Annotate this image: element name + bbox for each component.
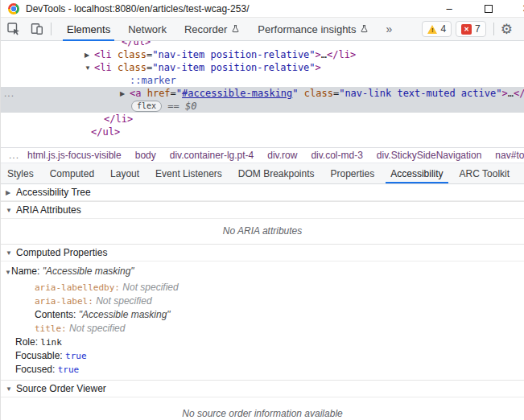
more-tabs-button[interactable]: » xyxy=(378,23,400,35)
value-token: "nav-item position-relative" xyxy=(152,62,315,73)
code-line[interactable]: ::marker xyxy=(1,74,524,87)
code-line[interactable]: ▼<li class="nav-item position-relative"> xyxy=(1,61,524,74)
warning-triangle-icon: ! xyxy=(427,25,437,34)
code-line[interactable]: </ul> xyxy=(1,41,524,48)
breadcrumb-overflow-button[interactable]: ... xyxy=(1,150,27,161)
section-title: Computed Properties xyxy=(16,247,107,258)
href-link-token[interactable]: #accessible-masking xyxy=(182,88,292,99)
expand-arrow-icon[interactable]: ▶ xyxy=(120,88,130,101)
section-title: ARIA Attributes xyxy=(16,204,81,216)
property-label: aria-labelledby: xyxy=(35,282,120,293)
title-bar: DevTools - localhost:8080/en/articles/te… xyxy=(1,0,524,18)
device-toolbar-button[interactable] xyxy=(27,19,47,39)
experiment-flask-icon xyxy=(360,24,369,34)
value-token: "nav-link text-muted active" xyxy=(339,88,501,99)
tab-dom-breakpoints[interactable]: DOM Breakpoints xyxy=(230,163,323,183)
inspect-element-button[interactable] xyxy=(3,19,24,39)
inspect-cursor-icon xyxy=(7,23,20,35)
tab-arc-toolkit[interactable]: ARC Toolkit xyxy=(452,163,518,183)
section-accessibility-tree: ▶ Accessibility Tree xyxy=(1,184,524,201)
section-header-computed-properties[interactable]: ▼ Computed Properties xyxy=(1,245,524,261)
close-button[interactable]: ✕ xyxy=(521,0,524,18)
property-row-contents: Contents: "Accessible masking" xyxy=(1,308,524,322)
expanded-triangle-icon[interactable]: ▼ xyxy=(6,202,12,219)
section-computed-properties: ▼ Computed Properties ▼Name: "Accessible… xyxy=(1,244,524,380)
devtools-window: DevTools - localhost:8080/en/articles/te… xyxy=(0,0,524,420)
property-row-role: Role: link xyxy=(1,336,524,349)
error-count: 7 xyxy=(475,23,481,35)
section-header-aria-attributes[interactable]: ▼ ARIA Attributes xyxy=(1,202,524,219)
expanded-triangle-icon[interactable]: ▼ xyxy=(1,265,11,281)
code-line-selected[interactable]: flex == $0 xyxy=(1,100,524,113)
quote-token: " xyxy=(292,88,298,99)
pseudo-element-token: ::marker xyxy=(130,75,176,86)
tab-accessibility[interactable]: Accessibility xyxy=(382,163,451,183)
flex-badge[interactable]: flex xyxy=(131,101,162,112)
section-aria-attributes: ▼ ARIA Attributes No ARIA attributes xyxy=(1,201,524,244)
tab-label: Elements xyxy=(67,23,110,35)
breadcrumb-item-container[interactable]: div.container-lg.pt-4 xyxy=(170,150,254,161)
breadcrumb-item-row[interactable]: div.row xyxy=(267,150,297,161)
property-value: link xyxy=(40,337,62,348)
attr-token: class xyxy=(112,49,146,60)
property-label: title: xyxy=(35,323,67,334)
expand-arrow-icon[interactable]: ▶ xyxy=(85,49,94,62)
code-line[interactable]: </li> xyxy=(1,113,524,126)
property-value: true xyxy=(58,364,80,375)
minimize-button[interactable]: – xyxy=(444,0,455,18)
tab-recorder[interactable]: Recorder xyxy=(175,18,249,41)
breadcrumb-item-sticky-nav[interactable]: div.StickySideNavigation xyxy=(377,150,482,161)
property-label: Focused: xyxy=(15,364,55,375)
ellipsis-token[interactable]: … xyxy=(508,88,514,99)
code-line[interactable]: ▶<li class="nav-item position-relative">… xyxy=(1,48,524,61)
breadcrumb-item-html[interactable]: html.js.js-focus-visible xyxy=(27,150,122,161)
tab-network[interactable]: Network xyxy=(119,18,175,41)
elements-dom-tree[interactable]: </ul> ▶<li class="nav-item position-rela… xyxy=(1,41,524,147)
property-row-aria-labelledby: aria-labelledby: Not specified xyxy=(1,281,524,294)
breadcrumb-item-body[interactable]: body xyxy=(135,150,156,161)
collapsed-triangle-icon[interactable]: ▶ xyxy=(6,184,10,201)
tab-layout[interactable]: Layout xyxy=(102,163,147,183)
property-value: Not specified xyxy=(96,295,151,307)
computed-properties-list: ▼Name: "Accessible masking" aria-labelle… xyxy=(1,261,524,380)
expanded-triangle-icon[interactable]: ▼ xyxy=(6,245,12,261)
tab-computed[interactable]: Computed xyxy=(42,163,102,183)
maximize-button[interactable] xyxy=(485,5,493,13)
property-label: aria-label: xyxy=(35,296,93,307)
property-value: "Accessible masking" xyxy=(79,309,171,320)
ellipsis-token[interactable]: … xyxy=(321,49,327,60)
tag-token: </a> xyxy=(514,88,524,99)
tab-elements[interactable]: Elements xyxy=(58,18,119,41)
tab-styles[interactable]: Styles xyxy=(1,163,42,183)
expanded-triangle-icon[interactable]: ▼ xyxy=(6,381,12,397)
property-row-focusable: Focusable: true xyxy=(1,349,524,363)
tag-token: > xyxy=(501,88,507,99)
section-header-source-order-viewer[interactable]: ▼ Source Order Viewer xyxy=(1,381,524,397)
node-menu-dots[interactable]: ... xyxy=(4,87,14,100)
warnings-badge[interactable]: ! 4 xyxy=(422,21,452,37)
breadcrumb-item-col[interactable]: div.col-md-3 xyxy=(311,150,362,161)
property-value: "Accessible masking" xyxy=(43,266,134,277)
property-value: true xyxy=(65,351,87,361)
tab-label: Recorder xyxy=(184,23,227,35)
tab-label: Network xyxy=(128,23,167,35)
collapse-arrow-icon[interactable]: ▼ xyxy=(85,62,94,75)
code-line-selected[interactable]: ...▶<a href="#accessible-masking" class=… xyxy=(1,87,524,100)
settings-gear-icon[interactable]: ⚙ xyxy=(497,23,518,36)
breadcrumb-item-nav-toc[interactable]: nav#toc. xyxy=(495,150,524,161)
chrome-logo-icon xyxy=(8,3,19,14)
property-value: Not specified xyxy=(69,323,125,334)
tab-event-listeners[interactable]: Event Listeners xyxy=(147,163,230,183)
code-line[interactable]: </ul> xyxy=(1,126,524,138)
section-header-accessibility-tree[interactable]: ▶ Accessibility Tree xyxy=(1,184,524,201)
tag-token: </li> xyxy=(327,49,356,60)
property-row-name[interactable]: ▼Name: "Accessible masking" xyxy=(1,263,524,281)
tag-token: </ul> xyxy=(91,126,120,138)
equals-token: == xyxy=(162,101,185,112)
value-token: "nav-item position-relative" xyxy=(152,49,315,60)
section-source-order-viewer: ▼ Source Order Viewer No source order in… xyxy=(1,380,524,420)
errors-badge[interactable]: ✕ 7 xyxy=(456,21,486,37)
tab-performance-insights[interactable]: Performance insights xyxy=(249,18,378,41)
tab-properties[interactable]: Properties xyxy=(323,163,383,183)
section-title: Source Order Viewer xyxy=(16,383,106,394)
